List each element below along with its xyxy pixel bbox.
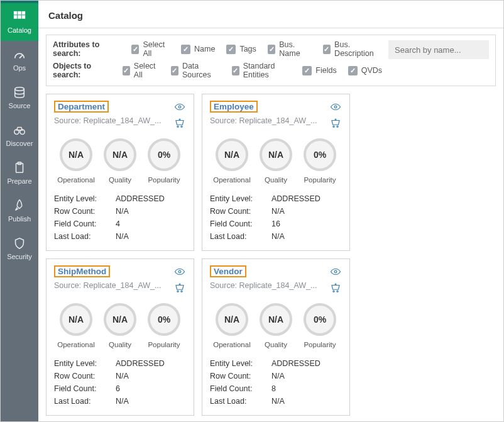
row-count-value: N/A: [116, 370, 129, 382]
svg-rect-4: [18, 15, 21, 19]
cart-icon: [330, 118, 341, 129]
row-count-value: N/A: [271, 370, 285, 382]
quality-label: Quality: [109, 341, 131, 348]
eye-icon: [330, 101, 341, 113]
add-to-cart-icon-button[interactable]: [329, 282, 342, 294]
svg-rect-0: [14, 11, 18, 15]
sidebar-item-security[interactable]: Security: [1, 230, 38, 267]
sidebar-item-label: Source: [9, 102, 31, 109]
add-to-cart-icon-button[interactable]: [173, 282, 186, 294]
preview-icon-button[interactable]: [173, 265, 186, 278]
sidebar: Catalog Ops Source Discover Prepare Publ…: [1, 1, 38, 421]
quality-ring: N/A: [260, 303, 292, 336]
svg-line-6: [19, 55, 23, 58]
add-to-cart-icon-button[interactable]: [173, 117, 186, 130]
checkbox-standard-entities[interactable]: Standard Entities: [232, 62, 292, 79]
entity-level-value: ADDRESSED: [271, 192, 320, 205]
entity-source: Source: Replicate_184_AW_...: [54, 281, 170, 290]
entity-title-link[interactable]: Employee: [210, 101, 258, 113]
sidebar-item-label: Prepare: [7, 177, 31, 185]
sidebar-item-label: Discover: [6, 140, 33, 147]
operational-ring: N/A: [60, 138, 92, 171]
svg-point-22: [178, 270, 181, 273]
row-count-value: N/A: [116, 205, 129, 218]
sidebar-item-source[interactable]: Source: [1, 79, 38, 116]
popularity-ring: 0%: [304, 303, 336, 336]
sidebar-item-label: Ops: [13, 64, 26, 72]
checkbox-bus-description[interactable]: Bus. Description: [323, 40, 382, 58]
database-icon: [13, 86, 26, 99]
rocket-icon: [13, 199, 26, 213]
last-load-key: Last Load:: [210, 395, 265, 408]
sidebar-item-publish[interactable]: Publish: [1, 192, 38, 230]
checkbox-tags[interactable]: Tags: [226, 45, 256, 54]
entity-title-link[interactable]: ShipMethod: [54, 265, 110, 277]
quality-ring: N/A: [260, 138, 292, 171]
svg-point-18: [333, 126, 334, 127]
entity-level-key: Entity Level:: [210, 192, 265, 205]
objects-label: Objects to search:: [53, 62, 109, 79]
operational-label: Operational: [57, 176, 94, 184]
entity-level-value: ADDRESSED: [116, 192, 165, 205]
search-input[interactable]: [388, 40, 489, 59]
quality-label: Quality: [265, 176, 287, 184]
quality-label: Quality: [265, 341, 287, 348]
sidebar-item-label: Publish: [8, 215, 31, 223]
entity-source: Source: Replicate_184_AW_...: [210, 116, 326, 125]
svg-point-28: [333, 291, 334, 292]
svg-rect-5: [22, 15, 25, 19]
checkbox-data-sources[interactable]: Data Sources: [171, 62, 221, 79]
field-count-value: 4: [116, 218, 120, 230]
field-count-value: 8: [271, 382, 276, 395]
cart-icon: [330, 282, 341, 294]
cart-icon: [174, 282, 185, 294]
checkbox-name[interactable]: Name: [181, 45, 215, 54]
sidebar-item-discover[interactable]: Discover: [1, 116, 38, 154]
operational-ring: N/A: [216, 303, 248, 336]
last-load-key: Last Load:: [54, 230, 109, 243]
popularity-label: Popularity: [148, 341, 180, 348]
entity-title-link[interactable]: Vendor: [210, 265, 246, 277]
quality-ring: N/A: [104, 138, 136, 171]
preview-icon-button[interactable]: [329, 101, 342, 113]
last-load-value: N/A: [271, 230, 285, 243]
svg-point-14: [181, 126, 182, 127]
field-count-key: Field Count:: [210, 218, 265, 230]
sidebar-item-label: Security: [7, 253, 32, 260]
sidebar-item-prepare[interactable]: Prepare: [1, 154, 38, 192]
eye-icon: [174, 101, 185, 113]
preview-icon-button[interactable]: [329, 265, 342, 278]
field-count-value: 6: [116, 382, 120, 395]
preview-icon-button[interactable]: [173, 101, 186, 113]
attributes-label: Attributes to search:: [53, 40, 118, 58]
popularity-label: Popularity: [304, 176, 336, 184]
svg-point-24: [181, 291, 182, 292]
svg-point-17: [334, 106, 337, 108]
gauge-icon: [13, 48, 26, 62]
operational-label: Operational: [213, 176, 250, 184]
cart-icon: [174, 118, 185, 129]
entity-level-value: ADDRESSED: [271, 357, 320, 370]
checkbox-fields[interactable]: Fields: [302, 66, 336, 75]
svg-point-13: [177, 126, 178, 127]
eye-icon: [174, 266, 185, 277]
checkbox-select-all-obj[interactable]: Select All: [123, 62, 160, 79]
checkbox-select-all-attr[interactable]: Select All: [131, 40, 170, 58]
row-count-key: Row Count:: [54, 205, 109, 218]
row-count-key: Row Count:: [210, 205, 265, 218]
binoculars-icon: [13, 123, 26, 137]
field-count-key: Field Count:: [54, 382, 109, 395]
checkbox-qvds[interactable]: QVDs: [348, 66, 382, 75]
sidebar-item-ops[interactable]: Ops: [1, 41, 38, 79]
entity-title-link[interactable]: Department: [54, 101, 109, 113]
operational-ring: N/A: [216, 138, 248, 171]
add-to-cart-icon-button[interactable]: [329, 117, 342, 130]
row-count-key: Row Count:: [54, 370, 109, 382]
checkbox-bus-name[interactable]: Bus. Name: [268, 40, 312, 58]
row-count-value: N/A: [271, 205, 285, 218]
field-count-value: 16: [271, 218, 280, 230]
popularity-ring: 0%: [304, 138, 336, 171]
sidebar-item-catalog[interactable]: Catalog: [1, 3, 38, 41]
operational-label: Operational: [57, 341, 94, 348]
shield-icon: [13, 236, 26, 250]
